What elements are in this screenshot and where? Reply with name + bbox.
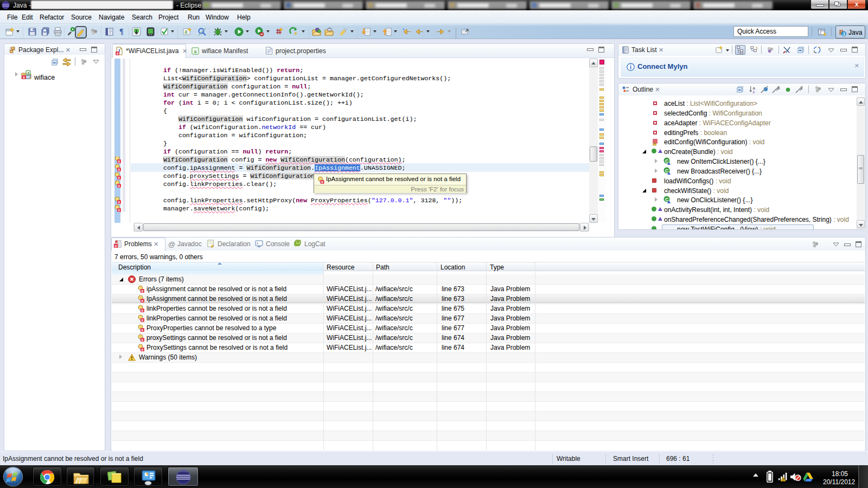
svg-text:x: x — [115, 244, 117, 248]
svg-text:x: x — [142, 318, 144, 322]
svg-text:x: x — [142, 338, 144, 342]
svg-text:z: z — [753, 89, 755, 94]
svg-text:a: a — [194, 49, 196, 54]
svg-text:x: x — [142, 299, 144, 303]
svg-text:x: x — [142, 289, 144, 293]
svg-text:x: x — [117, 52, 119, 55]
svg-text:¶: ¶ — [119, 28, 124, 36]
svg-text:x: x — [142, 348, 144, 351]
svg-text:C: C — [665, 197, 669, 202]
svg-text:x: x — [142, 309, 144, 312]
svg-text:x: x — [23, 75, 25, 79]
svg-text:x: x — [142, 328, 144, 332]
svg-text:J: J — [843, 31, 845, 36]
svg-text:x: x — [118, 200, 120, 204]
svg-text:a: a — [184, 29, 188, 35]
svg-text:x: x — [118, 208, 120, 212]
svg-text:C: C — [665, 168, 669, 174]
svg-text:x: x — [118, 176, 120, 179]
svg-text:x: x — [321, 180, 323, 184]
svg-text:x: x — [118, 168, 120, 171]
svg-text:C: C — [665, 158, 669, 164]
svg-text:x: x — [118, 184, 120, 188]
svg-text:x: x — [118, 159, 120, 163]
